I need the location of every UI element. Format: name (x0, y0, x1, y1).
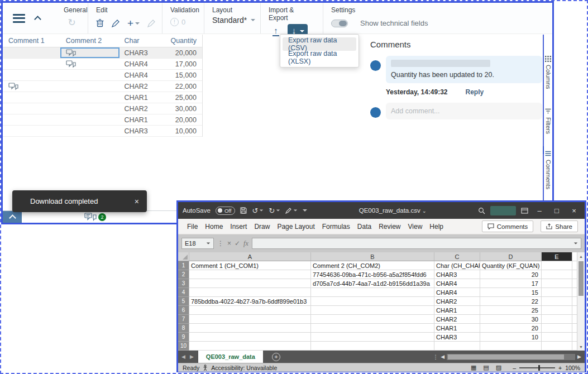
sheet-row[interactable]: 5 785bddba-4022-4b27-9a7b-6ddf899e01b3 C… (178, 297, 585, 306)
cancel-icon[interactable]: × (227, 239, 231, 247)
close-button[interactable]: × (568, 207, 580, 215)
sheet-row[interactable]: 2 77454636-09ba-471c-b956-a5a2f854fdd6 C… (178, 270, 585, 279)
side-tab-filters[interactable]: Filters (544, 108, 552, 134)
column-header-char[interactable]: Char (119, 35, 156, 47)
sheet-row[interactable]: 6 CHAR1 25 (178, 306, 585, 315)
maximize-button[interactable]: □ (551, 207, 563, 215)
view-page-break-icon[interactable]: ▨ (496, 364, 501, 371)
cell[interactable] (189, 315, 311, 324)
hscroll-right-icon[interactable]: ▶ (577, 354, 581, 359)
table-row[interactable]: CHAR1 25,000 (3, 92, 202, 103)
name-box[interactable]: E18 (181, 238, 214, 249)
cell[interactable]: CHAR4 (434, 288, 480, 297)
cell[interactable]: CHAR4 (434, 279, 480, 288)
collapse-chevron-up-icon[interactable] (34, 16, 41, 23)
cell[interactable] (311, 333, 434, 342)
zoom-level[interactable]: 100% (565, 365, 580, 371)
cell[interactable]: 22 (480, 297, 542, 306)
row-header[interactable]: 1 (178, 261, 189, 270)
sheet-prev-icon[interactable]: ◀ (181, 354, 185, 359)
refresh-icon[interactable]: ↻ (68, 18, 75, 27)
ribbon-tab-view[interactable]: View (408, 223, 423, 231)
sheetbar-ellipsis-icon[interactable]: ⋮ (433, 354, 438, 360)
hscroll-left-icon[interactable]: ◀ (441, 354, 444, 359)
cell[interactable] (542, 333, 572, 342)
row-header[interactable]: 6 (178, 306, 189, 315)
cell[interactable] (311, 315, 434, 324)
scroll-down-icon[interactable]: ▼ (577, 343, 585, 351)
expand-footer-button[interactable] (3, 211, 22, 223)
cell[interactable] (542, 342, 572, 351)
cell[interactable]: 30 (480, 315, 542, 324)
show-technical-fields-toggle[interactable] (331, 20, 348, 27)
cell[interactable]: 10 (480, 333, 542, 342)
cell[interactable] (189, 270, 311, 279)
cell[interactable]: CHAR2 (434, 297, 480, 306)
horizontal-scroll-thumb[interactable] (448, 354, 564, 359)
column-header-c[interactable]: C (434, 252, 480, 261)
ink-pen-icon[interactable] (285, 208, 298, 214)
table-row[interactable]: CHAR3 20,000 (3, 47, 202, 59)
sheet-next-icon[interactable]: ▶ (190, 354, 194, 359)
row-header[interactable]: 4 (178, 288, 189, 297)
column-header-d[interactable]: D (480, 252, 542, 261)
sheet-row[interactable]: 4 CHAR4 15 (178, 288, 585, 297)
cell[interactable]: Quantity (KF_QUAN) (480, 261, 542, 270)
cell[interactable] (542, 288, 572, 297)
cell[interactable]: 15 (480, 288, 542, 297)
vertical-scroll-thumb[interactable] (579, 261, 584, 296)
view-page-layout-icon[interactable]: ▤ (483, 364, 489, 371)
cell[interactable] (311, 342, 434, 351)
menu-hamburger-icon[interactable] (13, 14, 25, 23)
zoom-out-icon[interactable]: – (513, 365, 516, 371)
cell[interactable]: 20 (480, 270, 542, 279)
ribbon-tab-page-layout[interactable]: Page Layout (277, 223, 314, 231)
cell[interactable]: Char (CH_CHAR) (434, 261, 480, 270)
cell[interactable] (189, 279, 311, 288)
cell[interactable]: CHAR3 (434, 333, 480, 342)
delete-icon[interactable] (96, 19, 104, 27)
select-all-corner[interactable] (178, 252, 189, 261)
ribbon-tab-insert[interactable]: Insert (230, 223, 247, 231)
redo-icon[interactable]: ↻ (269, 207, 280, 214)
cell[interactable]: Comment 2 (CH_COM2) (311, 261, 434, 270)
row-header[interactable]: 5 (178, 297, 189, 306)
zoom-slider[interactable] (519, 367, 555, 368)
cell[interactable] (542, 297, 572, 306)
layout-select[interactable]: Standard* (212, 16, 252, 25)
zoom-slider-thumb[interactable] (538, 365, 540, 371)
view-normal-icon[interactable]: ▦ (471, 364, 476, 371)
sheet-row[interactable]: 1 Comment 1 (CH_COM1) Comment 2 (CH_COM2… (178, 261, 585, 270)
comments-button[interactable]: Comments (482, 220, 534, 232)
save-icon[interactable] (240, 207, 247, 214)
cell[interactable]: 25 (480, 306, 542, 315)
undo-icon[interactable]: ↺ (252, 207, 264, 214)
cell[interactable] (189, 288, 311, 297)
validation-status[interactable]: ! 0 (170, 18, 185, 26)
comment-reply-link[interactable]: Reply (466, 88, 484, 96)
scroll-up-icon[interactable]: ▲ (577, 252, 585, 260)
row-header[interactable]: 9 (178, 333, 189, 342)
search-icon[interactable] (478, 207, 485, 214)
insert-function-icon[interactable]: fx (243, 239, 248, 248)
table-row[interactable]: CHAR3 10,000 (3, 126, 202, 137)
row-header[interactable]: 3 (178, 279, 189, 288)
cell[interactable] (311, 288, 434, 297)
enter-check-icon[interactable]: ✓ (235, 239, 240, 247)
sheet-tab-active[interactable]: QE003_raw_data (198, 351, 263, 363)
ribbon-tab-formulas[interactable]: Formulas (322, 223, 350, 231)
sheet-row[interactable]: 8 CHAR1 20 (178, 324, 585, 333)
formula-input[interactable] (252, 238, 581, 249)
menu-item-export-csv[interactable]: Export raw data (CSV) (283, 37, 356, 51)
cell[interactable] (542, 261, 572, 270)
row-header[interactable]: 2 (178, 270, 189, 279)
sheet-row[interactable]: 7 CHAR2 30 (178, 315, 585, 324)
ribbon-tab-home[interactable]: Home (205, 223, 223, 231)
autosave-toggle[interactable]: Off (216, 207, 236, 215)
column-header-quantity[interactable]: Quantity (156, 35, 202, 47)
row-header[interactable]: 7 (178, 315, 189, 324)
cell[interactable]: CHAR2 (434, 315, 480, 324)
cell[interactable] (311, 306, 434, 315)
cell[interactable] (311, 297, 434, 306)
add-row-button[interactable]: + (127, 18, 140, 28)
